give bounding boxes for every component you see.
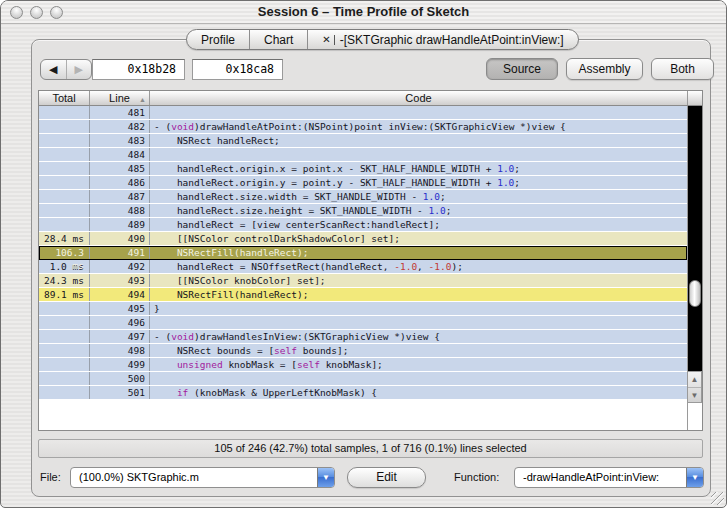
code-row[interactable]: 489 handleRect = [view centerScanRect:ha… xyxy=(39,218,687,232)
tab-code-browser-label: -[SKTGraphic drawHandleAtPoint:inView:] xyxy=(340,33,564,47)
code-row[interactable]: 484 xyxy=(39,148,687,162)
column-header-scroll-spacer xyxy=(687,91,702,105)
column-header-code[interactable]: Code xyxy=(150,91,687,105)
forward-button[interactable]: ▶ xyxy=(66,60,92,79)
total-cell xyxy=(39,330,90,343)
line-number-cell: 493 xyxy=(90,274,150,287)
total-cell xyxy=(39,358,90,371)
line-number-cell: 495 xyxy=(90,302,150,315)
table-header: Total Line ▲ Code xyxy=(39,91,702,106)
vertical-scrollbar[interactable]: ▲ ▼ xyxy=(687,106,702,431)
start-address-field[interactable]: 0x18b28 xyxy=(92,59,185,80)
column-header-total[interactable]: Total xyxy=(39,91,90,105)
total-cell xyxy=(39,120,90,133)
code-row[interactable]: 485 handleRect.origin.x = point.x - SKT_… xyxy=(39,162,687,176)
source-view-button[interactable]: Source xyxy=(486,58,558,80)
code-cell xyxy=(150,316,687,329)
scrollbar-track[interactable] xyxy=(688,106,702,371)
code-cell: NSRectFill(handleRect); xyxy=(150,246,687,259)
total-cell xyxy=(39,302,90,315)
file-popup-arrow-icon: ▼ xyxy=(317,468,334,487)
line-number-cell: 494 xyxy=(90,288,150,301)
line-number-cell: 488 xyxy=(90,204,150,217)
line-number-cell: 481 xyxy=(90,106,150,119)
line-number-cell: 500 xyxy=(90,372,150,385)
line-number-cell: 487 xyxy=(90,190,150,203)
line-number-cell: 499 xyxy=(90,358,150,371)
window-title: Session 6 – Time Profile of Sketch xyxy=(1,4,726,19)
code-cell: - (void)drawHandlesInView:(SKTGraphicVie… xyxy=(150,330,687,343)
both-view-button[interactable]: Both xyxy=(651,58,714,80)
code-cell: if (knobMask & UpperLeftKnobMask) { xyxy=(150,386,687,399)
tab-profile-label: Profile xyxy=(201,33,235,47)
total-cell xyxy=(39,316,90,329)
code-cell: NSRect handleRect; xyxy=(150,134,687,147)
code-row[interactable]: 482- (void)drawHandleAtPoint:(NSPoint)po… xyxy=(39,120,687,134)
total-cell: 89.1 ms xyxy=(39,288,90,301)
assembly-view-button[interactable]: Assembly xyxy=(566,58,643,80)
title-bar[interactable]: Session 6 – Time Profile of Sketch xyxy=(1,1,726,24)
history-nav-control: ◀ ▶ xyxy=(40,59,92,80)
edit-button[interactable]: Edit xyxy=(347,467,426,488)
total-cell xyxy=(39,204,90,217)
code-row[interactable]: 499 unsigned knobMask = [self knobMask]; xyxy=(39,358,687,372)
code-row[interactable]: 496 xyxy=(39,316,687,330)
file-label: File: xyxy=(40,471,61,483)
function-popup[interactable]: -drawHandleAtPoint:inView: ▼ xyxy=(514,467,704,488)
code-row[interactable]: 498 NSRect bounds = [self bounds]; xyxy=(39,344,687,358)
column-header-line-label: Line xyxy=(109,92,130,104)
code-row[interactable]: 89.1 ms494 NSRectFill(handleRect); xyxy=(39,288,687,302)
code-cell: - (void)drawHandleAtPoint:(NSPoint)point… xyxy=(150,120,687,133)
code-row[interactable]: 28.4 ms490 [[NSColor controlDarkShadowCo… xyxy=(39,232,687,246)
file-popup[interactable]: (100.0%) SKTGraphic.m ▼ xyxy=(70,467,335,488)
tab-profile[interactable]: Profile xyxy=(187,30,249,49)
code-row[interactable]: 487 handleRect.size.width = SKT_HANDLE_W… xyxy=(39,190,687,204)
line-number-cell: 498 xyxy=(90,344,150,357)
code-row[interactable]: 106.3 ms491 NSRectFill(handleRect); xyxy=(39,246,687,260)
total-cell xyxy=(39,190,90,203)
code-cell: } xyxy=(150,302,687,315)
total-cell xyxy=(39,106,90,119)
line-number-cell: 492 xyxy=(90,260,150,273)
code-cell: unsigned knobMask = [self knobMask]; xyxy=(150,358,687,371)
code-row[interactable]: 495} xyxy=(39,302,687,316)
code-row[interactable]: 1.0 ms492 handleRect = NSOffsetRect(hand… xyxy=(39,260,687,274)
code-row[interactable]: 500 xyxy=(39,372,687,386)
code-row[interactable]: 483 NSRect handleRect; xyxy=(39,134,687,148)
total-cell xyxy=(39,218,90,231)
line-number-cell: 491 xyxy=(90,246,150,259)
function-popup-arrow-icon: ▼ xyxy=(686,468,703,487)
end-address-field[interactable]: 0x18ca8 xyxy=(192,59,283,80)
forward-arrow-icon: ▶ xyxy=(75,63,83,76)
code-row[interactable]: 488 handleRect.size.height = SKT_HANDLE_… xyxy=(39,204,687,218)
code-row[interactable]: 24.3 ms493 [[NSColor knobColor] set]; xyxy=(39,274,687,288)
total-cell xyxy=(39,134,90,147)
code-row[interactable]: 481 xyxy=(39,106,687,120)
tab-code-browser[interactable]: ✕ -[SKTGraphic drawHandleAtPoint:inView:… xyxy=(307,30,577,49)
scroll-down-arrow-icon[interactable]: ▼ xyxy=(688,387,701,402)
code-row[interactable]: 486 handleRect.origin.y = point.y - SKT_… xyxy=(39,176,687,190)
file-popup-value: (100.0%) SKTGraphic.m xyxy=(79,471,199,483)
total-cell xyxy=(39,344,90,357)
function-label: Function: xyxy=(454,471,499,483)
tab-chart[interactable]: Chart xyxy=(249,30,307,49)
code-cell xyxy=(150,148,687,161)
sort-ascending-icon: ▲ xyxy=(139,93,146,107)
line-number-cell: 496 xyxy=(90,316,150,329)
total-cell xyxy=(39,372,90,385)
line-number-cell: 486 xyxy=(90,176,150,189)
code-table: Total Line ▲ Code 481482- (void)drawHand… xyxy=(38,90,703,431)
code-row[interactable]: 497- (void)drawHandlesInView:(SKTGraphic… xyxy=(39,330,687,344)
scrollbar-arrows: ▲ ▼ xyxy=(688,371,702,403)
tab-close-icon[interactable]: ✕ xyxy=(322,35,334,45)
scrollbar-thumb[interactable] xyxy=(689,280,701,307)
function-popup-value: -drawHandleAtPoint:inView: xyxy=(523,471,659,483)
resize-grip-icon[interactable] xyxy=(711,492,724,505)
back-button[interactable]: ◀ xyxy=(41,60,66,79)
column-header-line[interactable]: Line ▲ xyxy=(90,91,150,105)
total-cell: 24.3 ms xyxy=(39,274,90,287)
line-number-cell: 485 xyxy=(90,162,150,175)
tab-chart-label: Chart xyxy=(264,33,293,47)
scroll-up-arrow-icon[interactable]: ▲ xyxy=(688,372,701,387)
code-row[interactable]: 501 if (knobMask & UpperLeftKnobMask) { xyxy=(39,386,687,400)
